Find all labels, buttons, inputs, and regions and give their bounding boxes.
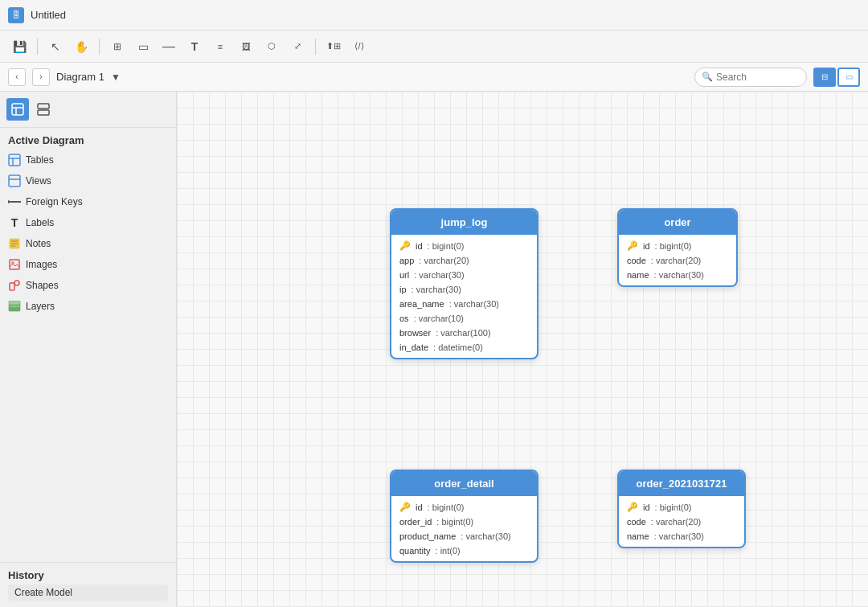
table-row: app: varchar(20): [391, 253, 537, 268]
view-toggle: ⊟ ▭: [813, 68, 860, 87]
diagram-canvas[interactable]: jump_log 🔑 id : bigint(0) app: varchar(2…: [177, 92, 868, 607]
table-jump-log-body: 🔑 id : bigint(0) app: varchar(20) url: v…: [391, 235, 537, 358]
title-bar: 🗄 Untitled: [0, 0, 868, 31]
table-row: name: varchar(30): [619, 268, 736, 282]
shape-button[interactable]: ⬡: [260, 35, 283, 58]
table-row: order_id: bigint(0): [391, 515, 537, 529]
table-order-2021031721[interactable]: order_2021031721 🔑 id : bigint(0) code: …: [617, 470, 746, 548]
save-button[interactable]: 💾: [8, 35, 31, 58]
search-input[interactable]: [716, 72, 800, 83]
svg-point-19: [14, 281, 19, 285]
svg-rect-22: [9, 301, 20, 305]
sidebar: Active Diagram Tables Views Foreign Keys: [0, 92, 177, 607]
split-view-button[interactable]: ⊟: [813, 68, 836, 87]
sidebar-item-labels[interactable]: T Labels: [0, 212, 176, 233]
foreign-keys-label: Foreign Keys: [26, 196, 83, 207]
label-button[interactable]: ≡: [209, 35, 231, 58]
sidebar-view-btn-2[interactable]: [32, 98, 55, 121]
views-icon: [8, 174, 21, 187]
sidebar-section-title: Active Diagram: [0, 128, 176, 150]
next-diagram-button[interactable]: ›: [32, 68, 50, 86]
svg-rect-4: [38, 110, 49, 115]
table-row: ip: varchar(30): [391, 282, 537, 297]
table-row: code: varchar(20): [619, 253, 736, 268]
table-jump-log[interactable]: jump_log 🔑 id : bigint(0) app: varchar(2…: [390, 208, 538, 359]
table-order-detail[interactable]: order_detail 🔑 id : bigint(0) order_id: …: [390, 470, 538, 563]
table-row: os: varchar(10): [391, 311, 537, 326]
hand-tool-button[interactable]: ✋: [70, 35, 92, 58]
history-section: History Create Model: [0, 562, 176, 607]
key-icon: 🔑: [399, 502, 411, 512]
layers-label: Layers: [26, 301, 55, 312]
window-title: Untitled: [31, 9, 66, 21]
table-row: 🔑 id : bigint(0): [619, 238, 736, 253]
divider-3: [315, 39, 316, 55]
notes-icon: [8, 237, 21, 250]
tables-label: Tables: [26, 154, 54, 166]
table-row: name: varchar(30): [619, 529, 744, 543]
table-row: 🔑 id : bigint(0): [619, 499, 744, 515]
sub-toolbar-right: 🔍 ⊟ ▭: [694, 68, 860, 87]
foreign-keys-icon: [8, 195, 21, 208]
search-icon: 🔍: [702, 72, 713, 82]
draw-line-button[interactable]: —: [158, 35, 180, 58]
svg-rect-5: [9, 154, 20, 166]
divider-2: [99, 39, 100, 55]
text-button[interactable]: T: [183, 35, 206, 58]
sidebar-items: Tables Views Foreign Keys T Labels: [0, 150, 176, 562]
svg-rect-16: [10, 260, 19, 269]
image-button[interactable]: 🖼: [235, 35, 257, 58]
sidebar-item-foreign-keys[interactable]: Foreign Keys: [0, 191, 176, 212]
sidebar-view-btn-1[interactable]: [6, 98, 29, 121]
divider-1: [37, 39, 38, 55]
table-row: area_name: varchar(30): [391, 297, 537, 311]
svg-point-11: [8, 200, 10, 203]
history-item[interactable]: Create Model: [8, 584, 168, 601]
images-icon: [8, 258, 21, 271]
table-order-2021031721-header: order_2021031721: [619, 471, 744, 496]
tables-icon: [8, 154, 21, 166]
main-layout: Active Diagram Tables Views Foreign Keys: [0, 92, 868, 607]
svg-rect-3: [38, 104, 49, 109]
diagram-nav: ‹ › Diagram 1 ▼: [8, 68, 121, 86]
sidebar-item-tables[interactable]: Tables: [0, 150, 176, 170]
insert-view-button[interactable]: ▭: [132, 35, 154, 58]
svg-rect-8: [9, 175, 20, 187]
svg-rect-0: [12, 104, 23, 115]
labels-icon: T: [8, 216, 21, 229]
fit-button[interactable]: ⤢: [286, 35, 309, 58]
table-jump-log-header: jump_log: [391, 210, 537, 235]
search-box[interactable]: 🔍: [694, 68, 807, 87]
key-icon: 🔑: [627, 502, 638, 512]
sidebar-item-notes[interactable]: Notes: [0, 233, 176, 254]
insert-table-button[interactable]: ⊞: [106, 35, 129, 58]
table-row: 🔑 id : bigint(0): [391, 238, 537, 253]
sidebar-item-images[interactable]: Images: [0, 254, 176, 275]
sidebar-item-shapes[interactable]: Shapes: [0, 275, 176, 296]
sidebar-item-views[interactable]: Views: [0, 170, 176, 191]
select-tool-button[interactable]: ↖: [44, 35, 67, 58]
key-icon: 🔑: [627, 240, 638, 251]
table-row: in_date: datetime(0): [391, 340, 537, 355]
history-title: History: [8, 569, 168, 581]
app-icon: 🗄: [8, 7, 24, 23]
sidebar-item-layers[interactable]: Layers: [0, 296, 176, 317]
table-row: code: varchar(20): [619, 515, 744, 529]
table-row: 🔑 id : bigint(0): [391, 499, 537, 515]
prev-diagram-button[interactable]: ‹: [8, 68, 26, 86]
shapes-icon: [8, 279, 21, 292]
diagram-label: Diagram 1: [56, 71, 104, 83]
table-order-detail-body: 🔑 id : bigint(0) order_id: bigint(0) pro…: [391, 496, 537, 561]
diagram-dropdown-icon[interactable]: ▼: [111, 72, 121, 83]
key-icon: 🔑: [399, 240, 411, 251]
labels-label: Labels: [26, 217, 54, 228]
export-button[interactable]: ⬆⊞: [322, 35, 345, 58]
layers-icon: [8, 300, 21, 313]
views-label: Views: [26, 175, 51, 187]
shapes-label: Shapes: [26, 280, 59, 291]
table-row: url: varchar(30): [391, 268, 537, 282]
table-order[interactable]: order 🔑 id : bigint(0) code: varchar(20)…: [617, 208, 738, 287]
code-button[interactable]: ⟨/⟩: [348, 35, 371, 58]
svg-rect-18: [10, 283, 14, 290]
full-view-button[interactable]: ▭: [837, 68, 860, 87]
